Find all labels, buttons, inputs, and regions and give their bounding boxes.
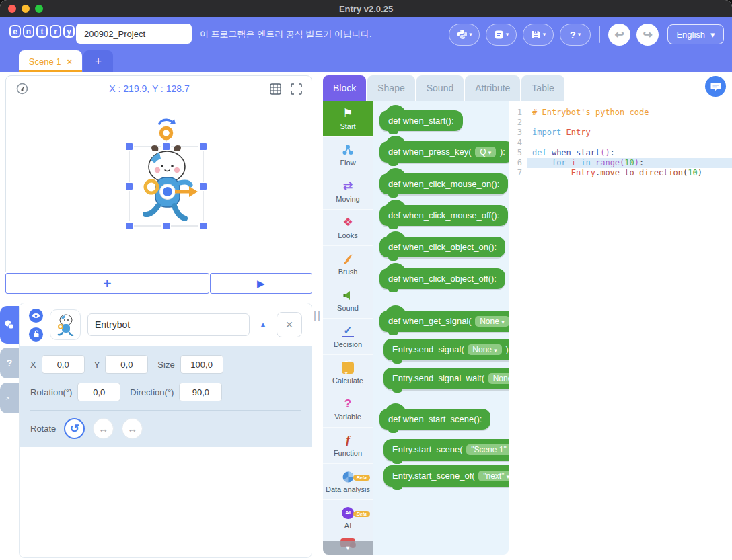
- palette-block[interactable]: def when_get_signal( None ▾ ): [379, 311, 509, 332]
- object-name-input[interactable]: [87, 313, 250, 336]
- lock-toggle[interactable]: [29, 327, 43, 342]
- palette-block[interactable]: Entry.send_signal( None ▾ ): [383, 339, 509, 360]
- palette-block[interactable]: def when_press_key( Q ▾ ):: [379, 141, 509, 163]
- block-dropdown[interactable]: None ▾: [475, 316, 509, 327]
- panel-resize-grip[interactable]: ||: [314, 309, 322, 321]
- category-brush[interactable]: Brush: [323, 246, 373, 282]
- close-icon: ×: [286, 318, 293, 332]
- category-moving[interactable]: ⇄Moving: [323, 173, 373, 210]
- category-decision[interactable]: ✓Decision: [323, 319, 373, 355]
- save-menu-button[interactable]: ▾: [523, 24, 554, 46]
- tab-attribute[interactable]: Attribute: [465, 75, 520, 101]
- block-dropdown[interactable]: Q ▾: [475, 147, 496, 157]
- block-dropdown[interactable]: None ▾: [468, 344, 502, 355]
- category-scroll-down-button[interactable]: ▼: [323, 541, 373, 555]
- window-close-button[interactable]: [8, 5, 16, 13]
- palette-block[interactable]: Entry.send_signal_wait( None ▾: [383, 368, 509, 389]
- fullscreen-icon[interactable]: [291, 83, 302, 95]
- rotate-mode-none-button[interactable]: ↔: [122, 418, 143, 439]
- palette-block[interactable]: def when_start_scene():: [379, 409, 490, 430]
- grid-toggle-icon[interactable]: [270, 83, 281, 95]
- speed-gauge-icon[interactable]: [15, 82, 29, 95]
- tab-block[interactable]: Block: [323, 75, 366, 101]
- block-text: def when_click_object_off():: [388, 274, 497, 284]
- window-minimize-button[interactable]: [22, 5, 30, 13]
- category-label: Brush: [338, 268, 358, 276]
- palette-block[interactable]: Entry.start_scene( "Scene 1" ▾: [383, 439, 509, 461]
- code-line[interactable]: 6 for i in range(10):: [509, 158, 732, 168]
- code-line[interactable]: 5def when_start():: [509, 148, 732, 158]
- unofficial-build-notice: 이 프로그램은 엔트리 공식 빌드가 아닙니다.: [200, 28, 372, 40]
- visibility-toggle[interactable]: [29, 309, 43, 323]
- category-function[interactable]: fFunction: [323, 428, 373, 464]
- stage-canvas[interactable]: [5, 102, 312, 272]
- category-calculate[interactable]: +=×Calculate: [323, 355, 373, 391]
- help-icon: ?: [570, 29, 576, 40]
- category-sound[interactable]: Sound: [323, 282, 373, 319]
- tab-shape[interactable]: Shape: [367, 75, 414, 101]
- code-token: for: [552, 158, 571, 167]
- add-scene-button[interactable]: +: [83, 50, 113, 72]
- add-object-button[interactable]: +: [5, 273, 209, 294]
- python-code-editor[interactable]: 1# Entrybot's python code23import Entry4…: [509, 101, 732, 560]
- project-name-input[interactable]: [76, 24, 192, 44]
- category-data_analysis[interactable]: Data analysisBeta: [323, 464, 373, 500]
- code-line[interactable]: 1# Entrybot's python code: [509, 108, 732, 118]
- category-label: Looks: [338, 231, 357, 239]
- rotate-mode-horizontal-button[interactable]: ↔: [93, 418, 114, 439]
- scene-close-icon[interactable]: ×: [67, 56, 73, 67]
- tab-sound[interactable]: Sound: [416, 75, 464, 101]
- redo-button[interactable]: ↪: [636, 24, 659, 46]
- block-dropdown[interactable]: "Scene 1" ▾: [466, 444, 509, 455]
- line-number: 7: [509, 168, 527, 178]
- python-mode-button[interactable]: ▾: [449, 24, 480, 46]
- entrybot-sprite-selected[interactable]: [112, 113, 220, 234]
- rotate-mode-free-button[interactable]: ↺: [64, 418, 85, 439]
- code-line[interactable]: 4: [509, 138, 732, 148]
- comment-button[interactable]: [705, 76, 726, 97]
- tab-table[interactable]: Table: [521, 75, 564, 101]
- palette-block[interactable]: def when_click_object_off():: [379, 268, 505, 289]
- code-line[interactable]: 7 Entry.move_to_direction(10): [509, 168, 732, 178]
- category-start[interactable]: ⚑Start: [323, 101, 373, 137]
- size-input[interactable]: [180, 355, 223, 374]
- category-variable[interactable]: ?Variable: [323, 391, 373, 428]
- eye-icon: [32, 311, 40, 320]
- palette-block[interactable]: def when_start():: [379, 110, 463, 131]
- sidebar-tab-console[interactable]: >_: [0, 383, 19, 413]
- language-dropdown[interactable]: English ▾: [667, 24, 724, 44]
- category-flow[interactable]: Flow: [323, 137, 373, 173]
- code-line[interactable]: 3import Entry: [509, 128, 732, 138]
- category-ai[interactable]: AIAIBeta: [323, 500, 373, 536]
- rotate-label: Rotate: [30, 424, 56, 434]
- document-icon: [494, 30, 504, 40]
- sidebar-tab-objects[interactable]: [0, 306, 19, 344]
- window-zoom-button[interactable]: [35, 5, 43, 13]
- play-button[interactable]: ▶: [210, 273, 312, 294]
- palette-block[interactable]: Entry.start_scene_of( "next" ▾: [383, 465, 509, 487]
- caret-down-icon: ▾: [506, 31, 509, 38]
- palette-block[interactable]: def when_click_mouse_on():: [379, 173, 508, 194]
- caret-down-icon: ▾: [710, 30, 715, 40]
- undo-button[interactable]: ↩: [608, 24, 630, 46]
- collapse-object-button[interactable]: ▲: [256, 320, 270, 329]
- palette-block[interactable]: def when_click_object_on():: [379, 237, 505, 257]
- code-line[interactable]: 2: [509, 118, 732, 128]
- delete-object-button[interactable]: ×: [277, 312, 302, 337]
- block-dropdown[interactable]: "next" ▾: [478, 471, 509, 481]
- rotation-input[interactable]: [77, 383, 120, 401]
- scene-tab-label: Scene 1: [29, 56, 61, 67]
- category-looks[interactable]: ❖Looks: [323, 210, 373, 246]
- file-menu-button[interactable]: ▾: [486, 24, 517, 46]
- x-input[interactable]: [42, 355, 85, 374]
- object-thumbnail[interactable]: [50, 309, 81, 340]
- sidebar-tab-help[interactable]: ?: [0, 348, 19, 378]
- block-dropdown[interactable]: None ▾: [488, 373, 509, 384]
- scene-tab[interactable]: Scene 1 ×: [19, 50, 82, 72]
- palette-block[interactable]: def when_click_mouse_off():: [379, 205, 508, 226]
- help-menu-button[interactable]: ? ▾: [560, 24, 591, 46]
- y-input[interactable]: [105, 355, 148, 374]
- direction-input[interactable]: [179, 383, 222, 401]
- code-token: move_to_direction: [600, 168, 683, 177]
- mouse-coordinates: X : 219.9, Y : 128.7: [29, 83, 270, 94]
